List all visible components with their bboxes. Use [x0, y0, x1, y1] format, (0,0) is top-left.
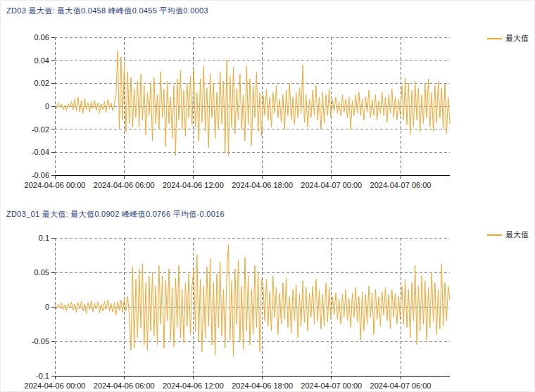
- plot-canvas-zd03[interactable]: 0.060.040.020-0.02-0.04-0.062024-04-06 0…: [1, 1, 535, 201]
- chart-section-zd03: 0.060.040.020-0.02-0.04-0.062024-04-06 0…: [1, 1, 535, 201]
- chart-section-zd03-01: 0.10.050-0.05-0.12024-04-06 00:002024-04…: [1, 201, 535, 392]
- y-tick-label: 0: [45, 102, 49, 110]
- x-tick-label: 2024-04-06 00:00: [25, 181, 86, 189]
- plot-canvas-zd03-01[interactable]: 0.10.050-0.05-0.12024-04-06 00:002024-04…: [1, 201, 535, 392]
- x-tick-label: 2024-04-06 12:00: [163, 181, 224, 189]
- y-tick-label: 0.04: [34, 56, 49, 65]
- y-tick-label: -0.06: [32, 171, 49, 179]
- y-tick-label: 0.05: [34, 268, 49, 277]
- y-tick-label: 0.02: [34, 79, 49, 87]
- x-tick-label: 2024-04-07 06:00: [370, 181, 432, 189]
- y-tick-label: 0.06: [34, 33, 49, 42]
- legend-zd03[interactable]: 最大值: [487, 33, 529, 44]
- legend-zd03-01[interactable]: 最大值: [487, 229, 529, 240]
- x-tick-label: 2024-04-06 18:00: [232, 381, 293, 390]
- chart-title-zd03: ZD03 最大值: 最大值0.0458 峰峰值0.0455 平均值0.0003: [6, 6, 208, 16]
- y-tick-label: -0.05: [32, 337, 49, 346]
- x-tick-label: 2024-04-07 06:00: [370, 381, 432, 390]
- x-tick-label: 2024-04-06 18:00: [232, 181, 293, 189]
- y-tick-label: -0.1: [36, 372, 49, 380]
- x-tick-label: 2024-04-06 06:00: [94, 181, 155, 189]
- x-tick-label: 2024-04-07 00:00: [301, 381, 362, 390]
- x-tick-label: 2024-04-06 00:00: [25, 381, 86, 390]
- series-line: [55, 245, 450, 357]
- vibration-trend-panel: 0.060.040.020-0.02-0.04-0.062024-04-06 0…: [0, 0, 535, 392]
- y-tick-label: -0.04: [32, 148, 49, 156]
- y-tick-label: -0.02: [32, 125, 49, 134]
- x-tick-label: 2024-04-06 06:00: [94, 381, 155, 390]
- legend-label: 最大值: [505, 33, 529, 44]
- chart-title-zd03-01: ZD03_01 最大值: 最大值0.0902 峰峰值0.0766 平均值-0.0…: [6, 209, 225, 220]
- series-line: [55, 51, 450, 156]
- legend-label: 最大值: [505, 229, 529, 240]
- y-tick-label: 0: [45, 303, 49, 311]
- y-tick-label: 0.1: [39, 234, 49, 242]
- legend-line-icon: [487, 234, 502, 236]
- x-tick-label: 2024-04-07 00:00: [301, 181, 362, 189]
- x-tick-label: 2024-04-06 12:00: [163, 381, 224, 390]
- legend-line-icon: [487, 38, 502, 39]
